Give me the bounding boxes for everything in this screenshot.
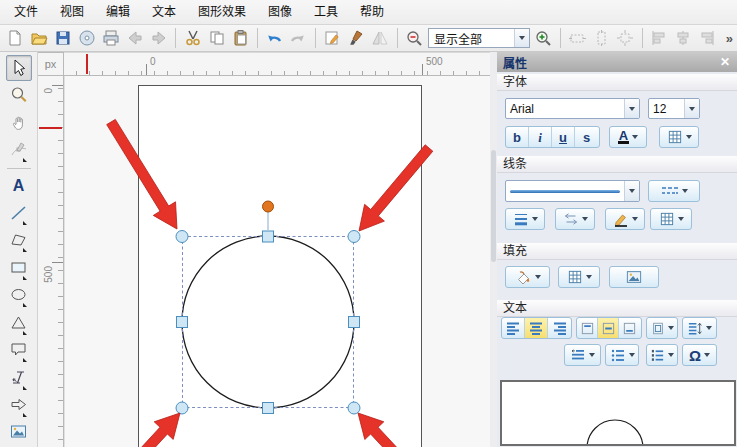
toolbar-overflow-button[interactable]: »	[722, 31, 737, 46]
strikethrough-button[interactable]: s	[575, 127, 598, 147]
selection-handle-bottom-left[interactable]	[176, 402, 188, 414]
selection-handle-top-left[interactable]	[176, 231, 188, 243]
resize-both-button[interactable]	[615, 27, 636, 50]
insert-symbol-button[interactable]: Ω	[682, 344, 717, 366]
line-style-dropdown-button[interactable]	[624, 181, 639, 201]
new-document-button[interactable]	[4, 27, 25, 50]
fill-pattern-button[interactable]	[558, 266, 600, 288]
arrow-shape-tool[interactable]	[6, 392, 32, 418]
fill-image-button[interactable]	[609, 266, 659, 288]
align-center-objects-button[interactable]	[673, 27, 694, 50]
resize-width-button[interactable]	[567, 27, 588, 50]
scrollbar-thumb[interactable]	[491, 150, 496, 262]
valign-top-button[interactable]	[577, 318, 598, 338]
menu-text[interactable]: 文本	[141, 0, 187, 24]
underline-button[interactable]: u	[552, 127, 575, 147]
document-page[interactable]	[139, 86, 422, 447]
indent-button[interactable]	[564, 344, 601, 366]
paste-button[interactable]	[230, 27, 251, 50]
align-right-objects-button[interactable]	[697, 27, 718, 50]
forward-button[interactable]	[148, 27, 169, 50]
panel-close-button[interactable]: ✕	[717, 54, 733, 70]
selection-handle-top-right[interactable]	[348, 231, 360, 243]
menu-edit[interactable]: 编辑	[95, 0, 141, 24]
back-arrow-icon	[126, 29, 144, 47]
drawing-canvas[interactable]	[64, 76, 490, 447]
triangle-tool[interactable]	[6, 310, 32, 336]
redo-button[interactable]	[288, 27, 309, 50]
italic-button[interactable]: i	[529, 127, 552, 147]
callout-tool[interactable]	[6, 337, 32, 363]
menu-help[interactable]: 帮助	[349, 0, 395, 24]
back-button[interactable]	[124, 27, 145, 50]
selection-handle-left[interactable]	[177, 317, 188, 328]
line-thickness-button[interactable]	[505, 208, 545, 230]
zoom-level-select[interactable]: 显示全部	[428, 28, 530, 48]
image-tool[interactable]	[6, 419, 32, 445]
line-table-button[interactable]	[650, 208, 692, 230]
menu-image[interactable]: 图像	[257, 0, 303, 24]
canvas-vertical-scrollbar[interactable]	[490, 52, 497, 447]
menu-shape-effects[interactable]: 图形效果	[187, 0, 257, 24]
undo-button[interactable]	[264, 27, 285, 50]
edit-object-button[interactable]	[322, 27, 343, 50]
mirror-button[interactable]	[370, 27, 391, 50]
menu-file[interactable]: 文件	[3, 0, 49, 24]
font-size-select[interactable]: 12	[648, 98, 700, 119]
open-file-button[interactable]	[28, 27, 49, 50]
font-table-button[interactable]	[659, 126, 699, 148]
select-tool[interactable]	[6, 55, 32, 81]
font-color-button[interactable]: A	[609, 126, 647, 148]
zoom-tool[interactable]	[6, 82, 32, 108]
vertical-ruler[interactable]: 0 500	[38, 76, 64, 447]
align-left-button[interactable]	[502, 318, 525, 338]
text-tool[interactable]: A	[6, 173, 32, 199]
bold-button[interactable]: b	[506, 127, 529, 147]
resize-height-button[interactable]	[591, 27, 612, 50]
pan-tool[interactable]	[6, 110, 32, 136]
font-family-select[interactable]: Arial	[505, 98, 640, 119]
fill-section-header: 填充	[497, 243, 737, 260]
horizontal-ruler[interactable]: 0 500	[64, 52, 490, 76]
selection-handle-bottom-right[interactable]	[348, 402, 360, 414]
numbered-list-button[interactable]	[646, 344, 678, 366]
align-center-button[interactable]	[525, 318, 548, 338]
zoom-out-button[interactable]	[404, 27, 425, 50]
line-color-button[interactable]	[605, 208, 645, 230]
copy-button[interactable]	[206, 27, 227, 50]
chevron-down-icon	[632, 217, 638, 221]
zoom-in-button[interactable]	[533, 27, 554, 50]
align-right-button[interactable]	[548, 318, 571, 338]
fill-color-button[interactable]	[505, 266, 550, 288]
export-button[interactable]	[76, 27, 97, 50]
zoom-level-dropdown-button[interactable]	[514, 29, 529, 47]
format-brush-button[interactable]	[346, 27, 367, 50]
font-family-dropdown-button[interactable]	[624, 99, 639, 118]
selection-handle-top[interactable]	[263, 231, 274, 242]
valign-bottom-button[interactable]	[619, 318, 640, 338]
font-size-dropdown-button[interactable]	[684, 99, 699, 118]
bullet-list-button[interactable]	[605, 344, 639, 366]
valign-middle-button[interactable]	[598, 318, 619, 338]
arrowheads-button[interactable]	[555, 208, 595, 230]
rotation-handle[interactable]	[263, 201, 274, 212]
selection-handle-bottom[interactable]	[263, 403, 274, 414]
line-spacing-button[interactable]	[682, 317, 717, 339]
align-left-objects-button[interactable]	[649, 27, 670, 50]
polygon-tool[interactable]	[6, 228, 32, 254]
ellipse-tool[interactable]	[6, 282, 32, 308]
rectangle-tool[interactable]	[6, 255, 32, 281]
line-tool[interactable]	[6, 200, 32, 226]
menu-tools[interactable]: 工具	[303, 0, 349, 24]
dash-style-button[interactable]	[648, 180, 700, 202]
selection-handle-right[interactable]	[349, 317, 360, 328]
text-effect-tool[interactable]	[6, 365, 32, 391]
save-button[interactable]	[52, 27, 73, 50]
cut-button[interactable]	[182, 27, 203, 50]
line-style-select[interactable]	[505, 180, 640, 202]
node-edit-tool[interactable]	[6, 137, 32, 163]
text-fit-button[interactable]	[646, 317, 678, 339]
print-button[interactable]	[100, 27, 121, 50]
font-size-value: 12	[649, 102, 684, 116]
menu-view[interactable]: 视图	[49, 0, 95, 24]
